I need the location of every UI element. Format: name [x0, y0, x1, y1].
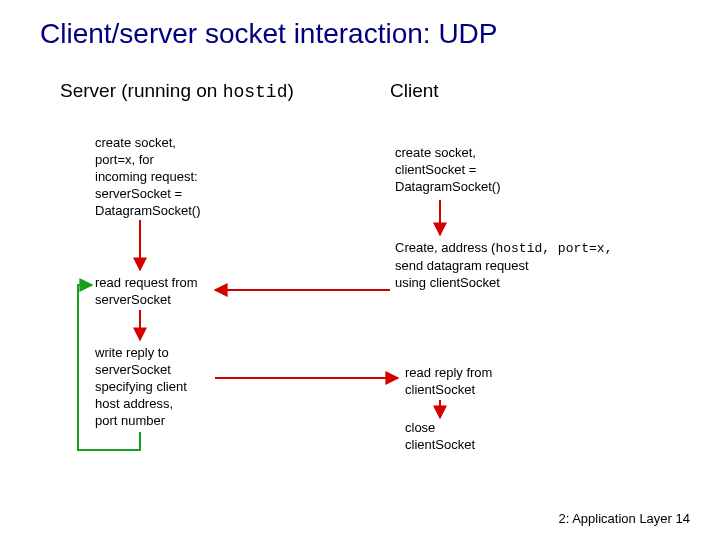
client-step-create-socket: create socket, clientSocket = DatagramSo… [395, 145, 500, 196]
server-step-write-reply: write reply to serverSocket specifying c… [95, 345, 187, 429]
client-send-rest: send datagram request using clientSocket [395, 258, 529, 290]
server-header-paren-close: ) [287, 80, 293, 101]
client-send-prefix: Create, address ( [395, 240, 495, 255]
client-step-close-socket: close clientSocket [405, 420, 475, 454]
client-step-read-reply: read reply from clientSocket [405, 365, 492, 399]
server-header-prefix: Server [60, 80, 121, 101]
server-header-paren-open: (running on [121, 80, 222, 101]
server-column-header: Server (running on hostid) [60, 80, 294, 102]
server-step-create-socket: create socket, port=x, for incoming requ… [95, 135, 200, 219]
client-step-send-datagram: Create, address (hostid, port=x, send da… [395, 240, 612, 292]
server-step-read-request: read request from serverSocket [95, 275, 198, 309]
footer-page-number: 14 [676, 511, 690, 526]
slide-footer: 2: Application Layer 14 [558, 511, 690, 526]
server-header-hostid: hostid [223, 82, 288, 102]
client-column-header: Client [390, 80, 439, 102]
client-send-code: hostid, port=x, [495, 241, 612, 256]
footer-chapter: 2: Application Layer [558, 511, 671, 526]
slide-title: Client/server socket interaction: UDP [40, 18, 498, 50]
